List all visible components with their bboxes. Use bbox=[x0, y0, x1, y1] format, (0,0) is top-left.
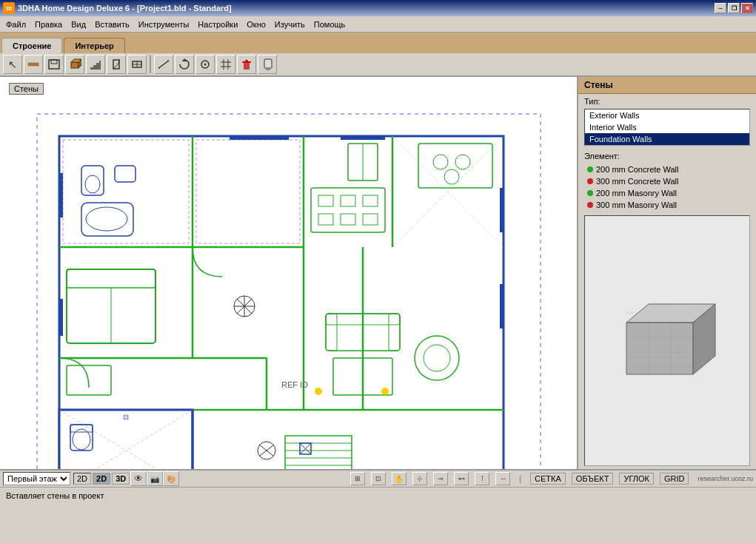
nav-icon-3[interactable]: ✋ bbox=[392, 472, 407, 485]
status-message: Вставляет стены в проект bbox=[6, 491, 104, 500]
titlebar-left: 3D 3DHA Home Design Deluxe 6 - [Project1… bbox=[3, 2, 232, 14]
tool-3d-box[interactable] bbox=[65, 55, 84, 74]
menu-edit[interactable]: Правка bbox=[30, 18, 67, 30]
menu-settings[interactable]: Настройки bbox=[193, 18, 242, 30]
tool-door[interactable] bbox=[107, 55, 126, 74]
svg-rect-109 bbox=[626, 323, 693, 374]
element-list: 200 mm Concrete Wall 300 mm Concrete Wal… bbox=[584, 163, 750, 211]
svg-text:REF ID: REF ID bbox=[281, 380, 308, 389]
element-dot-3 bbox=[587, 190, 593, 196]
status-text-bar: Вставляет стены в проект bbox=[0, 487, 756, 503]
svg-rect-28 bbox=[266, 68, 270, 70]
panel-type-label: Тип: bbox=[578, 94, 756, 107]
tool-room[interactable] bbox=[44, 55, 64, 74]
element-dot-2 bbox=[587, 178, 593, 184]
watermark-text: researcher.ucoz.ru bbox=[698, 475, 753, 482]
svg-rect-0 bbox=[28, 63, 39, 66]
main-area: Стены bbox=[0, 77, 756, 469]
tool-paint[interactable] bbox=[258, 55, 277, 74]
wall-preview-svg bbox=[608, 297, 726, 385]
element-300-concrete[interactable]: 300 mm Concrete Wall bbox=[584, 175, 750, 187]
wall-type-list: Exterior Walls Interior Walls Foundation… bbox=[584, 109, 750, 146]
tool-draw-wall[interactable] bbox=[24, 55, 43, 74]
tool-delete[interactable] bbox=[237, 55, 256, 74]
toolbar-sep-1 bbox=[150, 55, 151, 73]
preview-area bbox=[584, 215, 750, 466]
view-3d-button[interactable]: 3D bbox=[112, 473, 130, 485]
menu-tools[interactable]: Инструменты bbox=[134, 18, 194, 30]
statusbar-right: ⊞ ⊡ ✋ ⊹ ⊸ ⊷ ⊺ ↔ | СЕТКА ОБЪЕКТ УГЛОК GRI… bbox=[350, 472, 753, 485]
view-render-button[interactable]: 🎨 bbox=[163, 471, 179, 486]
view-eye-button[interactable]: 👁 bbox=[130, 471, 147, 486]
tool-rotate[interactable] bbox=[175, 55, 194, 74]
tool-window[interactable] bbox=[127, 55, 147, 74]
menu-file[interactable]: Файл bbox=[1, 18, 30, 30]
svg-rect-7 bbox=[93, 65, 96, 70]
tab-stroenie[interactable]: Строение bbox=[1, 38, 62, 53]
tool-measure[interactable] bbox=[154, 55, 173, 74]
canvas-label: Стены bbox=[9, 83, 44, 95]
status-grid2-button[interactable]: GRID bbox=[660, 473, 689, 485]
svg-rect-26 bbox=[245, 60, 248, 61]
app-icon: 3D bbox=[3, 2, 15, 14]
svg-rect-81 bbox=[230, 136, 289, 140]
tab-interer[interactable]: Интерьер bbox=[64, 38, 124, 53]
view-2d-fill-button[interactable]: 2D bbox=[93, 473, 110, 485]
svg-rect-80 bbox=[59, 299, 63, 336]
element-200-masonry[interactable]: 200 mm Masonry Wall bbox=[584, 187, 750, 199]
svg-rect-6 bbox=[90, 67, 93, 70]
right-panel: Стены Тип: Exterior Walls Interior Walls… bbox=[578, 77, 756, 469]
tool-snap[interactable] bbox=[195, 55, 215, 74]
view-2d-outline-button[interactable]: 2D bbox=[73, 473, 91, 485]
tool-grid[interactable] bbox=[216, 55, 235, 74]
status-angle-button[interactable]: УГЛОК bbox=[619, 473, 654, 485]
nav-icon-6[interactable]: ⊷ bbox=[454, 472, 469, 485]
element-dot-4 bbox=[587, 202, 593, 208]
tab-bar: Строение Интерьер bbox=[0, 33, 756, 53]
nav-icon-7[interactable]: ⊺ bbox=[475, 472, 489, 485]
wall-type-interior[interactable]: Interior Walls bbox=[585, 121, 749, 133]
element-300-masonry[interactable]: 300 mm Masonry Wall bbox=[584, 199, 750, 211]
nav-icon-2[interactable]: ⊡ bbox=[371, 472, 386, 485]
svg-rect-79 bbox=[59, 173, 63, 217]
wall-type-foundation[interactable]: Foundation Walls bbox=[585, 133, 749, 145]
status-object-button[interactable]: ОБЪЕКТ bbox=[572, 473, 614, 485]
panel-element-label: Элемент: bbox=[578, 147, 756, 162]
window-title: 3DHA Home Design Deluxe 6 - [Project1.bl… bbox=[18, 4, 232, 13]
element-200-concrete[interactable]: 200 mm Concrete Wall bbox=[584, 163, 750, 175]
svg-rect-10 bbox=[113, 60, 119, 69]
minimize-button[interactable]: ─ bbox=[715, 3, 726, 13]
floor-select-wrap: Первый этаж Второй этаж Подвал bbox=[3, 472, 70, 485]
menu-view[interactable]: Вид bbox=[67, 18, 90, 30]
tool-stairs[interactable] bbox=[86, 55, 105, 74]
wall-type-exterior[interactable]: Exterior Walls bbox=[585, 109, 749, 121]
element-dot-1 bbox=[587, 166, 593, 172]
floor-plan: REF ID bbox=[7, 99, 570, 469]
view-camera-button[interactable]: 📷 bbox=[147, 471, 163, 486]
nav-icon-1[interactable]: ⊞ bbox=[350, 472, 365, 485]
svg-point-94 bbox=[315, 388, 322, 395]
restore-button[interactable]: ❐ bbox=[728, 3, 740, 13]
menu-help[interactable]: Помощь bbox=[310, 18, 350, 30]
svg-rect-1 bbox=[49, 60, 59, 69]
menu-insert[interactable]: Вставить bbox=[90, 18, 134, 30]
svg-rect-3 bbox=[71, 62, 78, 68]
menu-learn[interactable]: Изучить bbox=[270, 18, 310, 30]
tool-select[interactable]: ↖ bbox=[3, 55, 22, 74]
svg-point-19 bbox=[204, 64, 207, 66]
panel-title: Стены bbox=[578, 77, 756, 94]
svg-rect-25 bbox=[242, 61, 251, 63]
nav-icon-5[interactable]: ⊸ bbox=[433, 472, 448, 485]
titlebar-controls: ─ ❐ ✕ bbox=[715, 3, 753, 13]
svg-rect-84 bbox=[500, 284, 504, 328]
menu-window[interactable]: Окно bbox=[242, 18, 270, 30]
svg-line-14 bbox=[158, 61, 169, 68]
nav-icon-4[interactable]: ⊹ bbox=[412, 472, 427, 485]
floor-select[interactable]: Первый этаж Второй этаж Подвал bbox=[3, 472, 70, 485]
nav-icon-8[interactable]: ↔ bbox=[495, 472, 510, 485]
svg-rect-24 bbox=[244, 63, 250, 70]
status-grid-button[interactable]: СЕТКА bbox=[530, 473, 566, 485]
close-button[interactable]: ✕ bbox=[741, 3, 753, 13]
canvas-area[interactable]: Стены bbox=[0, 77, 578, 469]
menu-bar: Файл Правка Вид Вставить Инструменты Нас… bbox=[0, 16, 756, 33]
